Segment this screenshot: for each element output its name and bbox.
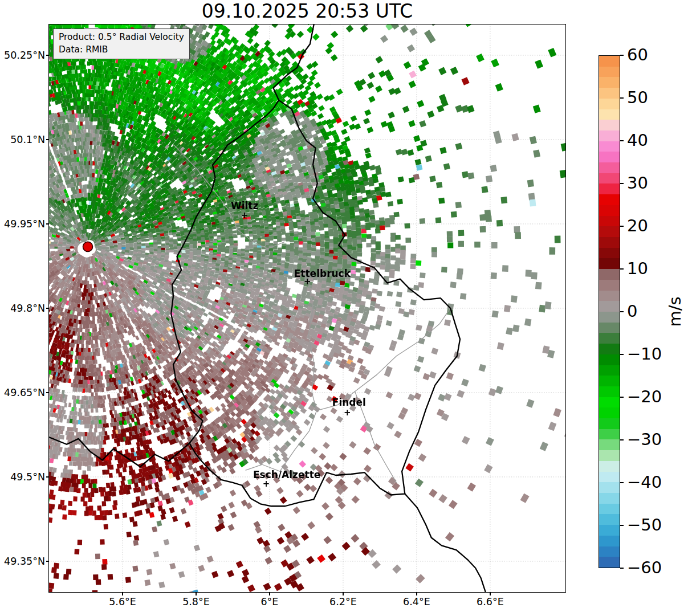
- city-marker: +: [241, 210, 249, 221]
- colorbar-tick-label: 60: [627, 45, 648, 64]
- x-axis-tick-mark: [196, 593, 197, 595]
- colorbar-tick-label: −10: [627, 344, 662, 364]
- city-label: Esch/Alzette: [253, 469, 320, 480]
- x-axis-tick-label: 6.2°E: [329, 596, 357, 607]
- x-axis-tick-label: 6°E: [260, 596, 278, 607]
- y-axis-tick-mark: [46, 139, 49, 140]
- colorbar-tick-label: 20: [627, 216, 648, 235]
- y-axis-tick-mark: [46, 476, 49, 478]
- colorbar-gradient: [599, 56, 620, 568]
- map-plot: Product: 0.5° Radial Velocity Data: RMIB: [48, 24, 566, 593]
- x-axis-tick-label: 5.8°E: [182, 596, 210, 607]
- y-axis-tick-label: 49.35°N: [1, 556, 45, 567]
- x-axis-tick-mark: [343, 593, 344, 595]
- colorbar-tick-mark: [620, 482, 624, 483]
- y-axis-tick-mark: [46, 392, 49, 393]
- y-axis-tick-label: 49.5°N: [1, 471, 45, 483]
- colorbar-tick-label: 10: [627, 259, 648, 278]
- colorbar-tick-mark: [620, 268, 624, 270]
- colorbar-tick-mark: [620, 397, 624, 398]
- city-marker: +: [344, 408, 351, 418]
- colorbar: [599, 55, 620, 568]
- y-axis-tick-label: 49.65°N: [1, 387, 45, 398]
- colorbar-tick-mark: [620, 568, 624, 569]
- city-label: Findel: [332, 397, 366, 408]
- colorbar-tick-mark: [620, 140, 624, 141]
- product-info-box: Product: 0.5° Radial Velocity Data: RMIB: [53, 28, 190, 59]
- colorbar-tick-label: −50: [627, 515, 662, 535]
- colorbar-tick-mark: [620, 183, 624, 184]
- colorbar-tick-label: −40: [627, 472, 662, 492]
- colorbar-tick-mark: [620, 354, 624, 355]
- page-title: 09.10.2025 20:53 UTC: [48, 1, 566, 22]
- x-axis-tick-label: 5.6°E: [109, 596, 136, 607]
- city-label: Wiltz: [231, 200, 258, 211]
- radar-velocity-map-canvas: [48, 24, 566, 593]
- y-axis-tick-mark: [46, 308, 49, 309]
- colorbar-tick-mark: [620, 439, 624, 440]
- data-source-line: Data: RMIB: [59, 43, 184, 56]
- colorbar-tick-mark: [620, 311, 624, 312]
- radar-velocity-figure: 09.10.2025 20:53 UTC Product: 0.5° Radia…: [0, 0, 688, 616]
- y-axis-tick-label: 50.25°N: [1, 50, 45, 61]
- y-axis-tick-label: 49.8°N: [1, 303, 45, 314]
- colorbar-tick-label: 40: [627, 130, 648, 150]
- x-axis-tick-mark: [490, 593, 491, 595]
- y-axis-tick-label: 50.1°N: [1, 134, 45, 145]
- y-axis-tick-mark: [46, 55, 49, 56]
- product-info-line: Product: 0.5° Radial Velocity: [59, 31, 184, 43]
- colorbar-tick-label: 0: [627, 301, 637, 321]
- colorbar-tick-label: −60: [627, 558, 662, 577]
- x-axis-tick-mark: [269, 593, 270, 595]
- colorbar-unit-label: m/s: [665, 296, 685, 327]
- colorbar-tick-label: −20: [627, 387, 662, 406]
- colorbar-tick-label: −30: [627, 430, 662, 449]
- y-axis-tick-mark: [46, 561, 49, 562]
- colorbar-tick-label: 30: [627, 173, 648, 193]
- x-axis-tick-mark: [416, 593, 417, 595]
- x-axis-tick-mark: [122, 593, 123, 595]
- y-axis-tick-label: 49.95°N: [1, 218, 45, 230]
- colorbar-tick-mark: [620, 525, 624, 526]
- y-axis-tick-mark: [46, 223, 49, 225]
- city-label: Ettelbruck: [294, 268, 351, 279]
- colorbar-tick-mark: [620, 226, 624, 227]
- colorbar-tick-mark: [620, 55, 624, 56]
- x-axis-tick-label: 6.4°E: [403, 596, 430, 607]
- x-axis-tick-label: 6.6°E: [477, 596, 504, 607]
- colorbar-tick-label: 50: [627, 88, 648, 107]
- colorbar-tick-mark: [620, 97, 624, 99]
